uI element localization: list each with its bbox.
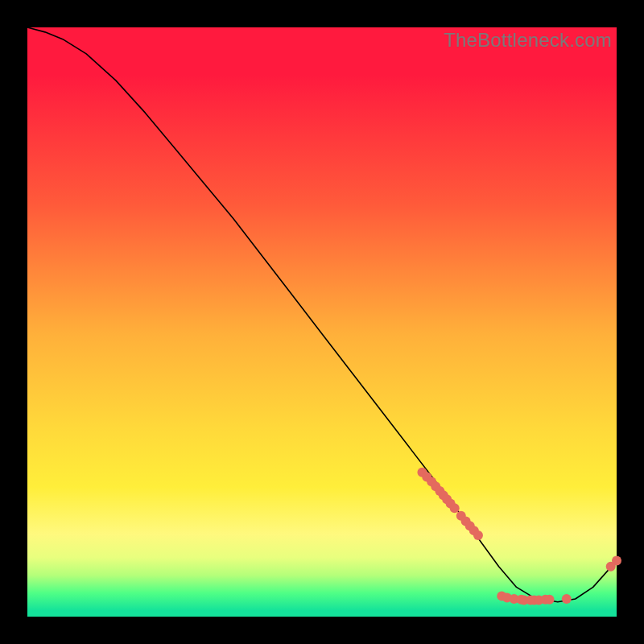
- data-dot: [450, 503, 460, 513]
- bottleneck-curve: [27, 27, 617, 602]
- chart-svg: [27, 27, 617, 617]
- data-dots: [417, 468, 621, 605]
- plot-area: TheBottleneck.com: [27, 27, 617, 617]
- data-dot: [473, 530, 483, 540]
- data-dot: [612, 555, 621, 565]
- data-dot: [545, 595, 555, 605]
- chart-frame: TheBottleneck.com: [0, 0, 644, 644]
- data-dot: [562, 594, 572, 604]
